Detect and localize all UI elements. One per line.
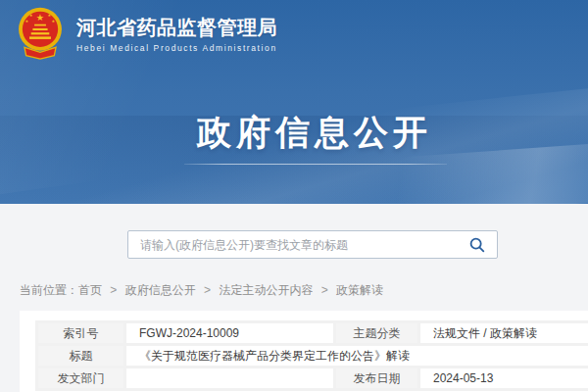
field-label-issuing-department: 发文部门 xyxy=(37,368,125,390)
field-label-index-number: 索引号 xyxy=(37,322,125,345)
field-value-topic-category: 法规文件 / 政策解读 xyxy=(419,322,588,345)
table-row: 索引号 FGWJ-2024-10009 主题分类 法规文件 / 政策解读 xyxy=(37,322,588,345)
table-row: 标题 《关于规范医疗器械产品分类界定工作的公告》解读 xyxy=(37,345,588,368)
brand-text: 河北省药品监督管理局 Hebei Medical Products Admini… xyxy=(76,15,277,53)
breadcrumb-item-home[interactable]: 首页 xyxy=(78,283,102,297)
breadcrumb-item-gov-info[interactable]: 政府信息公开 xyxy=(125,283,196,297)
svg-text:★: ★ xyxy=(52,19,56,24)
breadcrumb-separator: > xyxy=(204,283,211,297)
field-value-issuing-department xyxy=(125,368,335,390)
page-title: 政府信息公开 xyxy=(0,110,588,156)
breadcrumb-label: 当前位置： xyxy=(20,283,78,297)
content-area: 当前位置：首页 > 政府信息公开 > 法定主动公开内容 > 政策解读 索引号 F… xyxy=(0,204,588,392)
field-value-publish-date: 2024-05-13 xyxy=(419,368,588,390)
breadcrumb-item-legal-disclosure[interactable]: 法定主动公开内容 xyxy=(219,283,313,297)
breadcrumb: 当前位置：首页 > 政府信息公开 > 法定主动公开内容 > 政策解读 xyxy=(20,282,383,299)
search-button[interactable] xyxy=(465,236,497,254)
field-value-index-number: FGWJ-2024-10009 xyxy=(125,322,335,345)
banner-divider xyxy=(184,164,447,165)
field-label-publish-date: 发布日期 xyxy=(335,368,419,390)
svg-text:★: ★ xyxy=(29,13,33,18)
page: ★ ★ ★ ★ ★ 河北省药品监督管理局 Hebei Medical Produ… xyxy=(0,0,588,392)
site-subtitle: Hebei Medical Products Administration xyxy=(76,43,277,53)
breadcrumb-separator: > xyxy=(110,283,117,297)
field-label-topic-category: 主题分类 xyxy=(335,322,419,345)
breadcrumb-separator: > xyxy=(321,283,328,297)
field-value-title: 《关于规范医疗器械产品分类界定工作的公告》解读 xyxy=(125,345,588,368)
info-table: 索引号 FGWJ-2024-10009 主题分类 法规文件 / 政策解读 标题 … xyxy=(35,320,588,391)
svg-text:★: ★ xyxy=(47,13,51,18)
site-brand[interactable]: ★ ★ ★ ★ ★ 河北省药品监督管理局 Hebei Medical Produ… xyxy=(14,6,277,61)
site-title: 河北省药品监督管理局 xyxy=(76,15,277,40)
svg-text:★: ★ xyxy=(25,19,29,24)
national-emblem-icon: ★ ★ ★ ★ ★ xyxy=(14,6,67,61)
search-input[interactable] xyxy=(128,231,465,258)
breadcrumb-item-policy-interpretation[interactable]: 政策解读 xyxy=(336,283,383,297)
svg-text:★: ★ xyxy=(36,13,44,23)
document-info-card: 索引号 FGWJ-2024-10009 主题分类 法规文件 / 政策解读 标题 … xyxy=(20,311,588,392)
field-label-title: 标题 xyxy=(37,345,125,368)
header-banner: ★ ★ ★ ★ ★ 河北省药品监督管理局 Hebei Medical Produ… xyxy=(0,0,588,204)
table-row: 发文部门 发布日期 2024-05-13 xyxy=(37,368,588,390)
search-box xyxy=(127,230,498,259)
search-icon xyxy=(468,236,486,254)
